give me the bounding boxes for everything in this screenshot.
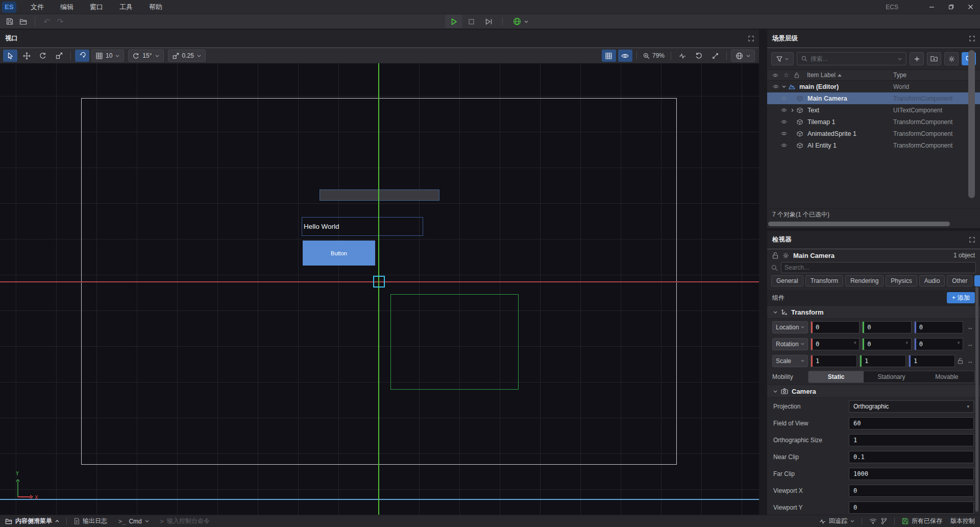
menu-help[interactable]: 帮助 (141, 0, 170, 14)
tree-row-main-camera[interactable]: Main Camera TransformComponent (767, 92, 980, 104)
new-folder-button[interactable] (927, 52, 941, 65)
scene-canvas[interactable]: Hello World Button Y X (0, 63, 759, 515)
scale-x-input[interactable]: 1 (811, 355, 857, 367)
network-icon[interactable] (869, 518, 877, 524)
tab-other[interactable]: Other (947, 275, 972, 286)
close-button[interactable] (961, 0, 980, 14)
output-log-button[interactable]: 输出日志 (74, 517, 107, 525)
redo-icon[interactable]: ↷ (54, 15, 67, 28)
eye-icon[interactable] (772, 84, 779, 89)
menu-file[interactable]: 文件 (22, 0, 52, 14)
play-button[interactable] (445, 15, 462, 28)
inspector-vertical-scrollbar[interactable] (975, 287, 978, 512)
hierarchy-expand-icon[interactable] (969, 36, 975, 41)
tab-rendering[interactable]: Rendering (845, 275, 884, 286)
scale-dropdown[interactable]: Scale (772, 355, 808, 367)
selection-handle[interactable] (373, 276, 385, 288)
transform-section-header[interactable]: Transform (767, 305, 980, 319)
panel-entity[interactable] (320, 189, 439, 201)
undo-icon[interactable]: ↶ (40, 15, 54, 28)
camera-section-header[interactable]: Camera (767, 385, 980, 398)
tree-row-main[interactable]: main (Editor) World (767, 81, 980, 92)
filter-dropdown[interactable] (771, 52, 794, 65)
step-button[interactable] (480, 15, 497, 28)
tree-row-animatedsprite[interactable]: AnimatedSprite 1 TransformComponent (767, 128, 980, 139)
rotate-step-dropdown[interactable]: 15° (128, 50, 163, 62)
link-axes-icon[interactable]: ↔ (966, 324, 975, 331)
eye-icon[interactable] (780, 108, 788, 112)
menu-edit[interactable]: 编辑 (52, 0, 82, 14)
mobility-stationary[interactable]: Stationary (864, 371, 919, 382)
unlock-scale-icon[interactable] (958, 358, 963, 364)
minimize-button[interactable] (922, 0, 941, 14)
add-component-button[interactable]: + 添加 (947, 292, 975, 303)
eye-icon[interactable] (780, 143, 788, 148)
mobility-static[interactable]: Static (808, 371, 864, 382)
snap-tool-button[interactable] (75, 50, 89, 62)
move-tool-button[interactable] (19, 50, 34, 62)
button-entity[interactable]: Button (303, 241, 375, 266)
tab-general[interactable]: General (771, 275, 803, 286)
unlock-icon[interactable] (772, 252, 778, 259)
viewport-expand-icon[interactable] (748, 36, 754, 41)
rotate-tool-button[interactable] (36, 50, 50, 62)
eye-icon[interactable] (780, 131, 788, 136)
projection-select[interactable]: Orthographic▾ (849, 400, 974, 413)
chevron-down-icon[interactable] (779, 85, 789, 88)
tab-transform[interactable]: Transform (805, 275, 843, 286)
link-axes-icon[interactable]: ↔ (966, 357, 975, 365)
hierarchy-vertical-scrollbar[interactable] (968, 50, 975, 198)
menu-window[interactable]: 窗口 (82, 0, 111, 14)
restore-button[interactable] (941, 0, 961, 14)
viewport-x-input[interactable]: 0 (849, 485, 974, 497)
scale-step-dropdown[interactable]: 0.25 (168, 50, 206, 62)
reset-view-icon[interactable] (692, 50, 706, 62)
far-clip-input[interactable]: 1000 (849, 468, 974, 480)
grid-step-dropdown[interactable]: 10 (91, 50, 124, 62)
hierarchy-settings-button[interactable] (944, 52, 959, 65)
rotation-x-input[interactable]: 0° (811, 338, 860, 350)
scale-z-input[interactable]: 1 (909, 355, 955, 367)
inspector-expand-icon[interactable] (969, 237, 975, 243)
save-icon[interactable] (3, 15, 16, 28)
viewport-world-dropdown[interactable] (731, 50, 755, 62)
open-folder-icon[interactable] (16, 15, 30, 28)
select-tool-button[interactable] (3, 50, 17, 62)
content-drawer-button[interactable]: 内容侧滑菜单 (5, 517, 59, 525)
text-entity[interactable]: Hello World (302, 217, 423, 236)
stats-icon[interactable] (675, 50, 690, 62)
eye-icon[interactable] (780, 119, 788, 124)
app-logo[interactable]: ES (2, 2, 16, 13)
viewport-y-input[interactable]: 0 (849, 501, 974, 514)
column-item-label[interactable]: Item Label (807, 71, 842, 79)
object-settings-icon[interactable] (782, 252, 789, 259)
location-y-input[interactable]: 0 (862, 321, 911, 333)
tab-physics[interactable]: Physics (886, 275, 917, 286)
field-of-view-input[interactable]: 60 (849, 417, 974, 429)
save-status[interactable]: 所有已保存 (902, 517, 942, 525)
mobility-movable[interactable]: Movable (919, 371, 974, 382)
tree-row-tilemap[interactable]: Tilemap 1 TransformComponent (767, 116, 980, 128)
fullscreen-icon[interactable] (708, 50, 722, 62)
cmd-dropdown[interactable]: >_ Cmd (118, 518, 149, 525)
link-axes-icon[interactable]: ↔ (966, 341, 975, 348)
location-z-input[interactable]: 0 (914, 321, 963, 333)
add-entity-button[interactable] (910, 52, 924, 65)
rotation-z-input[interactable]: 0° (914, 338, 963, 350)
scale-tool-button[interactable] (52, 50, 66, 62)
eye-icon[interactable] (780, 96, 788, 101)
orthographic-size-input[interactable]: 1 (849, 434, 974, 446)
grid-toggle-button[interactable] (602, 50, 616, 62)
scale-y-input[interactable]: 1 (860, 355, 906, 367)
zoom-indicator[interactable]: 79% (641, 50, 667, 62)
rotation-y-input[interactable]: 0° (862, 338, 911, 350)
hierarchy-search[interactable] (797, 52, 906, 65)
branch-icon[interactable] (881, 518, 887, 524)
tab-all[interactable]: All (974, 275, 980, 286)
column-type[interactable]: Type (893, 71, 906, 79)
trace-dropdown[interactable]: 回追踪 (819, 517, 854, 525)
gizmo-visibility-button[interactable] (618, 50, 632, 62)
version-control-button[interactable]: 版本控制 (950, 517, 975, 525)
hierarchy-search-input[interactable] (811, 55, 895, 62)
near-clip-input[interactable]: 0.1 (849, 451, 974, 463)
